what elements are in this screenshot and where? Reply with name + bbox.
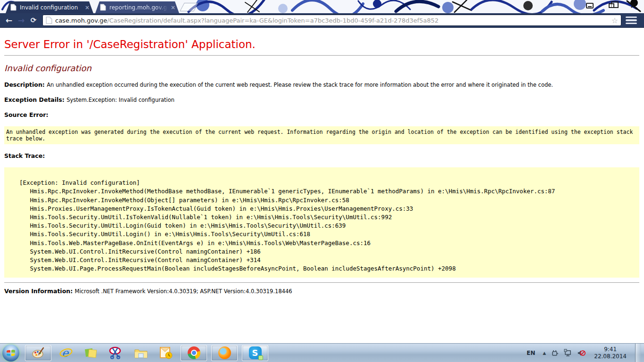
tab-close-icon[interactable]: × bbox=[171, 5, 175, 10]
folder-icon bbox=[134, 347, 148, 359]
stack-trace-text: [Exception: Invalid configuration] Hmis.… bbox=[4, 167, 639, 278]
close-button[interactable]: ✕ bbox=[626, 1, 640, 10]
address-bar[interactable]: case.moh.gov.ge/CaseRegistration/default… bbox=[42, 15, 621, 26]
taskbar-internet-explorer-button[interactable]: e bbox=[56, 345, 76, 361]
internet-explorer-icon: e bbox=[59, 346, 73, 360]
sticky-notes-icon bbox=[84, 347, 98, 359]
reload-button[interactable]: ⟳ bbox=[27, 14, 40, 26]
taskbar-sticky-notes-button[interactable] bbox=[81, 345, 101, 361]
stack-trace-box: [Exception: Invalid configuration] Hmis.… bbox=[4, 167, 639, 278]
snipping-tool-icon bbox=[109, 346, 123, 360]
url-text[interactable]: case.moh.gov.ge/CaseRegistration/default… bbox=[55, 17, 610, 24]
page-favicon-icon bbox=[10, 4, 17, 11]
network-icon[interactable] bbox=[564, 349, 572, 357]
description-label: Description: bbox=[4, 81, 47, 88]
volume-muted-icon[interactable] bbox=[577, 349, 586, 357]
tray-time: 9:41 bbox=[594, 346, 627, 353]
taskbar-explorer-button[interactable] bbox=[131, 345, 151, 361]
description-text: An unhandled exception occurred during t… bbox=[47, 82, 553, 88]
divider bbox=[4, 282, 639, 283]
version-label: Version Information: bbox=[4, 288, 75, 295]
windows-taskbar: e bbox=[0, 343, 644, 362]
page-icon bbox=[46, 16, 52, 24]
tab-reporting[interactable]: reporting.moh.gov.ge/Rep × bbox=[95, 1, 179, 13]
outlook-icon bbox=[159, 346, 173, 360]
browser-toolbar: ← → ⟳ case.moh.gov.ge/CaseRegistration/d… bbox=[0, 13, 644, 28]
chrome-icon bbox=[188, 346, 200, 359]
forward-button[interactable]: → bbox=[15, 14, 27, 26]
description-line: Description: An unhandled exception occu… bbox=[4, 81, 639, 88]
taskbar-skype-button[interactable]: S bbox=[242, 345, 268, 361]
chrome-menu-icon[interactable] bbox=[626, 16, 637, 25]
taskbar-outlook-button[interactable] bbox=[156, 345, 176, 361]
tab-invalid-configuration[interactable]: Invalid configuration × bbox=[6, 1, 93, 13]
restore-button[interactable] bbox=[604, 1, 619, 10]
new-tab-button[interactable] bbox=[180, 3, 198, 11]
firefox-icon bbox=[218, 346, 231, 359]
version-text: Microsoft .NET Framework Version:4.0.303… bbox=[75, 288, 292, 295]
taskbar-paint-button[interactable] bbox=[25, 345, 51, 361]
clock[interactable]: 9:41 22.08.2014 bbox=[590, 346, 630, 360]
taskbar-snipping-tool-button[interactable] bbox=[106, 345, 126, 361]
svg-text:e: e bbox=[62, 346, 69, 360]
system-tray: EN ▲ 9:41 22.08.2014 bbox=[524, 344, 644, 362]
tray-expand-icon[interactable]: ▲ bbox=[543, 351, 546, 355]
tab-strip: Invalid configuration × reporting.moh.go… bbox=[0, 0, 644, 13]
tab-title: reporting.moh.gov.ge/Rep bbox=[109, 4, 168, 11]
taskbar-chrome-button[interactable] bbox=[181, 345, 207, 361]
start-button[interactable] bbox=[1, 344, 21, 362]
tab-close-icon[interactable]: × bbox=[85, 5, 90, 10]
browser-window: Invalid configuration × reporting.moh.go… bbox=[0, 0, 644, 28]
url-domain: case.moh.gov.ge bbox=[55, 17, 107, 24]
exception-details-line: Exception Details: System.Exception: Inv… bbox=[4, 96, 639, 103]
error-page: Server Error in '/CaseRegistration' Appl… bbox=[0, 28, 644, 343]
page-title: Server Error in '/CaseRegistration' Appl… bbox=[4, 38, 639, 50]
show-desktop-button[interactable] bbox=[635, 344, 641, 362]
version-information-line: Version Information: Microsoft .NET Fram… bbox=[4, 288, 639, 295]
url-path: /CaseRegistration/default.aspx?languageP… bbox=[107, 17, 438, 24]
bookmark-star-icon[interactable]: ☆ bbox=[611, 16, 618, 25]
exception-details-label: Exception Details: bbox=[4, 96, 66, 103]
tray-date: 22.08.2014 bbox=[594, 353, 627, 360]
window-controls: ✕ bbox=[583, 1, 640, 10]
language-indicator[interactable]: EN bbox=[524, 348, 538, 358]
taskbar-firefox-button[interactable] bbox=[211, 345, 238, 361]
source-error-label-line: Source Error: bbox=[4, 111, 639, 118]
page-favicon-icon bbox=[100, 4, 106, 11]
divider bbox=[4, 55, 639, 56]
windows-logo-icon bbox=[2, 345, 19, 362]
tab-title: Invalid configuration bbox=[20, 4, 82, 11]
paint-icon bbox=[32, 347, 45, 359]
back-button[interactable]: ← bbox=[3, 14, 15, 26]
source-error-box: An unhandled exception was generated dur… bbox=[4, 126, 639, 144]
skype-icon: S bbox=[249, 346, 262, 359]
stack-trace-label-line: Stack Trace: bbox=[4, 152, 639, 159]
exception-details-text: System.Exception: Invalid configuration bbox=[66, 97, 174, 103]
error-subtitle: Invalid configuration bbox=[4, 63, 639, 73]
minimize-button[interactable] bbox=[583, 1, 597, 10]
power-plug-icon[interactable] bbox=[551, 349, 559, 357]
